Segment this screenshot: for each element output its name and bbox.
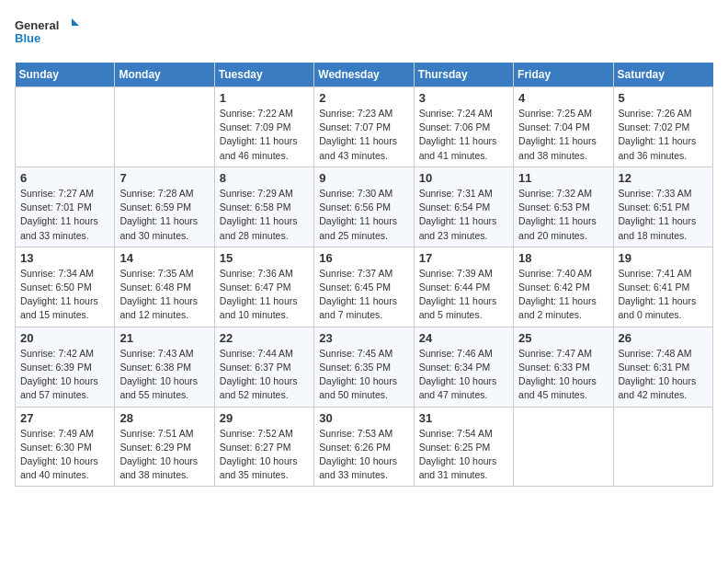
day-of-week-header: Tuesday: [214, 63, 313, 87]
day-info: Sunrise: 7:33 AM Sunset: 6:51 PM Dayligh…: [619, 187, 708, 243]
calendar-header-row: SundayMondayTuesdayWednesdayThursdayFrid…: [16, 63, 713, 87]
day-number: 29: [220, 411, 309, 425]
day-number: 14: [119, 251, 209, 265]
day-info: Sunrise: 7:22 AM Sunset: 7:09 PM Dayligh…: [220, 107, 309, 163]
calendar-cell: 19Sunrise: 7:41 AM Sunset: 6:41 PM Dayli…: [613, 247, 712, 327]
day-number: 30: [319, 411, 408, 425]
day-number: 16: [319, 251, 408, 265]
calendar-cell: 3Sunrise: 7:24 AM Sunset: 7:06 PM Daylig…: [414, 87, 513, 167]
day-number: 11: [518, 171, 608, 185]
calendar-cell: 1Sunrise: 7:22 AM Sunset: 7:09 PM Daylig…: [214, 87, 313, 167]
day-number: 23: [319, 331, 408, 345]
day-of-week-header: Thursday: [414, 63, 513, 87]
svg-text:Blue: Blue: [15, 31, 40, 45]
calendar-cell: [16, 87, 115, 167]
day-of-week-header: Sunday: [16, 63, 115, 87]
day-of-week-header: Wednesday: [314, 63, 414, 87]
calendar-cell: 28Sunrise: 7:51 AM Sunset: 6:29 PM Dayli…: [115, 407, 214, 487]
day-info: Sunrise: 7:27 AM Sunset: 7:01 PM Dayligh…: [20, 187, 109, 243]
calendar-week-row: 13Sunrise: 7:34 AM Sunset: 6:50 PM Dayli…: [16, 247, 713, 327]
day-of-week-header: Monday: [115, 63, 214, 87]
calendar-cell: 25Sunrise: 7:47 AM Sunset: 6:33 PM Dayli…: [514, 327, 613, 407]
calendar-cell: 10Sunrise: 7:31 AM Sunset: 6:54 PM Dayli…: [414, 167, 513, 247]
day-info: Sunrise: 7:28 AM Sunset: 6:59 PM Dayligh…: [119, 187, 209, 243]
day-info: Sunrise: 7:42 AM Sunset: 6:39 PM Dayligh…: [20, 347, 109, 403]
calendar-week-row: 20Sunrise: 7:42 AM Sunset: 6:39 PM Dayli…: [16, 327, 713, 407]
day-number: 15: [220, 251, 309, 265]
calendar-cell: 26Sunrise: 7:48 AM Sunset: 6:31 PM Dayli…: [613, 327, 712, 407]
day-of-week-header: Friday: [514, 63, 613, 87]
day-of-week-header: Saturday: [613, 63, 712, 87]
svg-text:General: General: [15, 18, 59, 32]
calendar-cell: [514, 407, 613, 487]
day-number: 25: [518, 331, 608, 345]
day-number: 19: [619, 251, 708, 265]
calendar-week-row: 27Sunrise: 7:49 AM Sunset: 6:30 PM Dayli…: [16, 407, 713, 487]
calendar-cell: 16Sunrise: 7:37 AM Sunset: 6:45 PM Dayli…: [314, 247, 414, 327]
calendar-cell: 5Sunrise: 7:26 AM Sunset: 7:02 PM Daylig…: [613, 87, 712, 167]
calendar-cell: 2Sunrise: 7:23 AM Sunset: 7:07 PM Daylig…: [314, 87, 414, 167]
day-info: Sunrise: 7:45 AM Sunset: 6:35 PM Dayligh…: [319, 347, 408, 403]
day-info: Sunrise: 7:46 AM Sunset: 6:34 PM Dayligh…: [419, 347, 508, 403]
day-info: Sunrise: 7:47 AM Sunset: 6:33 PM Dayligh…: [518, 347, 608, 403]
day-info: Sunrise: 7:24 AM Sunset: 7:06 PM Dayligh…: [419, 107, 508, 163]
day-number: 4: [518, 91, 608, 105]
page-header: General Blue: [15, 15, 713, 52]
calendar-cell: [115, 87, 214, 167]
day-number: 17: [419, 251, 508, 265]
day-info: Sunrise: 7:54 AM Sunset: 6:25 PM Dayligh…: [419, 427, 508, 483]
day-info: Sunrise: 7:29 AM Sunset: 6:58 PM Dayligh…: [220, 187, 309, 243]
day-info: Sunrise: 7:49 AM Sunset: 6:30 PM Dayligh…: [20, 427, 109, 483]
calendar-week-row: 1Sunrise: 7:22 AM Sunset: 7:09 PM Daylig…: [16, 87, 713, 167]
day-number: 2: [319, 91, 408, 105]
day-number: 8: [220, 171, 309, 185]
svg-marker-2: [72, 18, 79, 26]
day-number: 5: [619, 91, 708, 105]
logo-svg: General Blue: [15, 15, 79, 52]
day-info: Sunrise: 7:43 AM Sunset: 6:38 PM Dayligh…: [119, 347, 209, 403]
calendar-table: SundayMondayTuesdayWednesdayThursdayFrid…: [15, 63, 713, 487]
calendar-cell: 22Sunrise: 7:44 AM Sunset: 6:37 PM Dayli…: [214, 327, 313, 407]
calendar-cell: 4Sunrise: 7:25 AM Sunset: 7:04 PM Daylig…: [514, 87, 613, 167]
day-info: Sunrise: 7:30 AM Sunset: 6:56 PM Dayligh…: [319, 187, 408, 243]
day-number: 6: [20, 171, 109, 185]
calendar-cell: 18Sunrise: 7:40 AM Sunset: 6:42 PM Dayli…: [514, 247, 613, 327]
calendar-cell: 13Sunrise: 7:34 AM Sunset: 6:50 PM Dayli…: [16, 247, 115, 327]
day-number: 27: [20, 411, 109, 425]
day-number: 24: [419, 331, 508, 345]
day-number: 18: [518, 251, 608, 265]
day-number: 12: [619, 171, 708, 185]
calendar-cell: 7Sunrise: 7:28 AM Sunset: 6:59 PM Daylig…: [115, 167, 214, 247]
day-info: Sunrise: 7:48 AM Sunset: 6:31 PM Dayligh…: [619, 347, 708, 403]
calendar-cell: 31Sunrise: 7:54 AM Sunset: 6:25 PM Dayli…: [414, 407, 513, 487]
day-info: Sunrise: 7:31 AM Sunset: 6:54 PM Dayligh…: [419, 187, 508, 243]
day-number: 10: [419, 171, 508, 185]
calendar-cell: 21Sunrise: 7:43 AM Sunset: 6:38 PM Dayli…: [115, 327, 214, 407]
logo: General Blue: [15, 15, 79, 52]
calendar-cell: 27Sunrise: 7:49 AM Sunset: 6:30 PM Dayli…: [16, 407, 115, 487]
calendar-cell: 24Sunrise: 7:46 AM Sunset: 6:34 PM Dayli…: [414, 327, 513, 407]
day-number: 1: [220, 91, 309, 105]
day-info: Sunrise: 7:40 AM Sunset: 6:42 PM Dayligh…: [518, 267, 608, 323]
day-info: Sunrise: 7:23 AM Sunset: 7:07 PM Dayligh…: [319, 107, 408, 163]
day-info: Sunrise: 7:32 AM Sunset: 6:53 PM Dayligh…: [518, 187, 608, 243]
day-info: Sunrise: 7:34 AM Sunset: 6:50 PM Dayligh…: [20, 267, 109, 323]
calendar-cell: 15Sunrise: 7:36 AM Sunset: 6:47 PM Dayli…: [214, 247, 313, 327]
calendar-cell: 8Sunrise: 7:29 AM Sunset: 6:58 PM Daylig…: [214, 167, 313, 247]
calendar-cell: 20Sunrise: 7:42 AM Sunset: 6:39 PM Dayli…: [16, 327, 115, 407]
day-info: Sunrise: 7:51 AM Sunset: 6:29 PM Dayligh…: [119, 427, 209, 483]
day-number: 31: [419, 411, 508, 425]
day-number: 26: [619, 331, 708, 345]
day-info: Sunrise: 7:36 AM Sunset: 6:47 PM Dayligh…: [220, 267, 309, 323]
calendar-cell: 23Sunrise: 7:45 AM Sunset: 6:35 PM Dayli…: [314, 327, 414, 407]
day-number: 9: [319, 171, 408, 185]
day-info: Sunrise: 7:52 AM Sunset: 6:27 PM Dayligh…: [220, 427, 309, 483]
day-info: Sunrise: 7:35 AM Sunset: 6:48 PM Dayligh…: [119, 267, 209, 323]
day-info: Sunrise: 7:39 AM Sunset: 6:44 PM Dayligh…: [419, 267, 508, 323]
day-number: 13: [20, 251, 109, 265]
calendar-cell: 9Sunrise: 7:30 AM Sunset: 6:56 PM Daylig…: [314, 167, 414, 247]
day-info: Sunrise: 7:26 AM Sunset: 7:02 PM Dayligh…: [619, 107, 708, 163]
day-info: Sunrise: 7:53 AM Sunset: 6:26 PM Dayligh…: [319, 427, 408, 483]
day-number: 20: [20, 331, 109, 345]
day-info: Sunrise: 7:37 AM Sunset: 6:45 PM Dayligh…: [319, 267, 408, 323]
